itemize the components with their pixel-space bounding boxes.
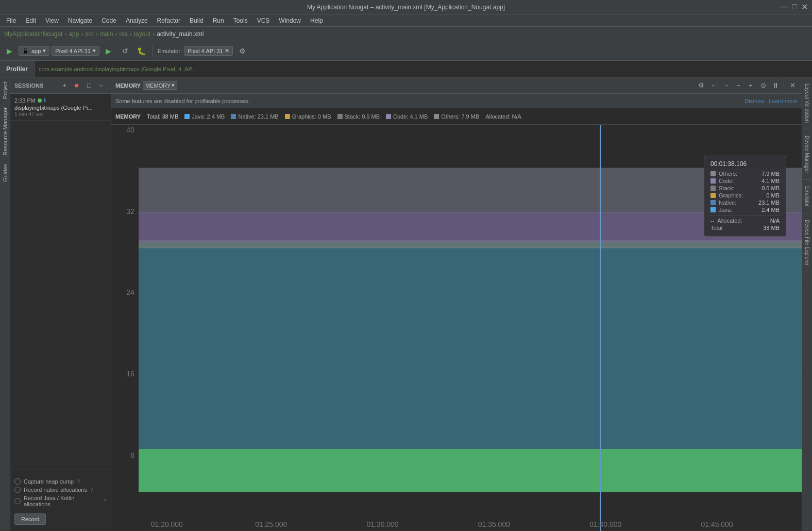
memory-toolbar: MEMORY MEMORY ▾ ⚙ ← → − + ⊙ ⏸ ✕ xyxy=(111,77,802,94)
graphics-label: Graphics: 0 MB xyxy=(292,113,331,120)
device-icon: 📱 xyxy=(22,47,29,54)
dismiss-link[interactable]: Dismiss xyxy=(745,98,765,104)
record-java-radio[interactable] xyxy=(14,498,21,504)
breadcrumb-main[interactable]: main xyxy=(99,30,113,38)
record-button[interactable]: Record xyxy=(14,513,46,525)
memory-title: MEMORY xyxy=(115,113,141,120)
svg-rect-13 xyxy=(139,449,802,492)
capture-heap-row: Capture heap dump ? xyxy=(14,478,107,485)
close-panel[interactable]: ✕ xyxy=(787,80,798,91)
notice-text: Some features are disabled for profileab… xyxy=(115,98,249,104)
graphics-dot xyxy=(285,114,290,119)
record-native-radio[interactable] xyxy=(14,487,21,493)
reset-zoom[interactable]: ⊙ xyxy=(758,80,768,91)
settings-button[interactable]: ⚙ xyxy=(235,44,249,58)
stat-stack: Stack: 0.5 MB xyxy=(337,113,380,120)
notice-bar: Some features are disabled for profileab… xyxy=(111,94,802,108)
config-icon[interactable]: ⚙ xyxy=(696,80,706,91)
menu-code[interactable]: Code xyxy=(97,16,121,25)
session-name: displayingbitmaps (Google Pi... xyxy=(14,105,107,111)
menu-window[interactable]: Window xyxy=(275,16,305,25)
close-btn[interactable]: ✕ xyxy=(801,2,808,12)
device-selector[interactable]: 📱 app ▾ xyxy=(19,46,49,56)
others-label: Others: 7.9 MB xyxy=(441,113,479,120)
session-item[interactable]: 2:33 PM ℹ displayingbitmaps (Google Pi..… xyxy=(10,94,111,121)
menu-navigate[interactable]: Navigate xyxy=(64,16,96,25)
api-selector[interactable]: Pixel 4 API 31 ▾ xyxy=(52,46,99,56)
maximize-btn[interactable]: □ xyxy=(792,2,797,12)
left-tab-project[interactable]: Project xyxy=(1,77,9,103)
breadcrumb-res[interactable]: res xyxy=(119,30,128,38)
nav-prev[interactable]: ← xyxy=(708,80,719,91)
menu-build[interactable]: Build xyxy=(185,16,208,25)
breadcrumb-layout[interactable]: layout xyxy=(134,30,150,38)
split-session-btn[interactable]: □ xyxy=(84,80,94,91)
menu-edit[interactable]: Edit xyxy=(21,16,40,25)
add-session-btn[interactable]: + xyxy=(59,80,70,91)
sessions-label: SESSIONS xyxy=(14,82,57,89)
reload-button[interactable]: ↺ xyxy=(118,44,132,58)
nav-next[interactable]: → xyxy=(721,80,731,91)
debug-button[interactable]: 🐛 xyxy=(134,44,149,58)
zoom-in[interactable]: + xyxy=(746,80,756,91)
stat-java: Java: 2.4 MB xyxy=(184,113,225,120)
right-tab-layout-validation[interactable]: Layout Validation xyxy=(803,77,811,129)
emulator-selector[interactable]: Pixel 4 API 31 ✕ xyxy=(184,46,233,56)
record-native-row: Record native allocations ? xyxy=(14,487,107,493)
svg-text:24: 24 xyxy=(126,288,134,297)
right-tab-device-file-explorer[interactable]: Device File Explorer xyxy=(803,213,811,272)
breadcrumb-app[interactable]: app xyxy=(69,30,79,38)
svg-rect-15 xyxy=(139,212,802,242)
zoom-out[interactable]: − xyxy=(733,80,743,91)
back-btn[interactable]: ← xyxy=(96,80,107,91)
memory-chart-svg: 40 32 24 16 8 xyxy=(111,125,802,531)
sessions-panel: SESSIONS + ■ □ ← 2:33 PM ℹ displayingbit… xyxy=(10,77,111,531)
stack-label: Stack: 0.5 MB xyxy=(345,113,380,120)
menu-refactor[interactable]: Refactor xyxy=(153,16,184,25)
run-button[interactable]: ▶ xyxy=(2,44,16,58)
play-button[interactable]: ▶ xyxy=(102,44,116,58)
right-tab-device-manager[interactable]: Device Manager xyxy=(803,129,811,180)
right-tabs-panel: Layout Validation Device Manager Emulato… xyxy=(802,77,812,531)
stat-graphics: Graphics: 0 MB xyxy=(285,113,331,120)
capture-heap-help[interactable]: ? xyxy=(77,478,80,485)
capture-heap-radio[interactable] xyxy=(14,478,21,485)
right-tab-emulator[interactable]: Emulator xyxy=(803,180,811,213)
memory-dropdown[interactable]: MEMORY ▾ xyxy=(143,81,177,90)
java-dot xyxy=(184,114,190,119)
stat-allocated: Allocated: N/A xyxy=(485,113,521,120)
memory-toolbar-label: MEMORY xyxy=(115,82,141,89)
title-bar: My Application Nougat – activity_main.xm… xyxy=(0,0,812,14)
session-time: 2:33 PM ℹ xyxy=(14,97,107,104)
breadcrumb-src[interactable]: src xyxy=(85,30,93,38)
code-dot xyxy=(386,114,391,119)
left-tab-guides[interactable]: Guides xyxy=(1,160,9,186)
stop-session-btn[interactable]: ■ xyxy=(72,80,82,91)
minimize-btn[interactable]: — xyxy=(780,2,788,12)
svg-text:40: 40 xyxy=(126,126,134,135)
menu-help[interactable]: Help xyxy=(306,16,327,25)
menu-tools[interactable]: Tools xyxy=(229,16,252,25)
svg-rect-17 xyxy=(139,125,802,168)
svg-text:8: 8 xyxy=(130,451,134,459)
info-icon: ℹ xyxy=(44,97,46,104)
record-native-help[interactable]: ? xyxy=(90,487,93,493)
menu-view[interactable]: View xyxy=(41,16,63,25)
sessions-spacer xyxy=(10,121,111,470)
breadcrumb-project[interactable]: MyApplicationNougat xyxy=(4,30,62,38)
menu-run[interactable]: Run xyxy=(209,16,228,25)
svg-text:01:35.000: 01:35.000 xyxy=(478,520,510,529)
record-native-label: Record native allocations xyxy=(24,487,87,493)
menu-file[interactable]: File xyxy=(2,16,20,25)
left-tab-resource-manager[interactable]: Resource Manager xyxy=(1,103,9,160)
menu-analyze[interactable]: Analyze xyxy=(122,16,152,25)
chart-area[interactable]: 40 32 24 16 8 xyxy=(111,125,802,531)
record-java-help[interactable]: ? xyxy=(104,498,107,504)
svg-text:01:30.000: 01:30.000 xyxy=(367,520,399,529)
menu-vcs[interactable]: VCS xyxy=(253,16,274,25)
memory-stats-bar: MEMORY Total: 38 MB Java: 2.4 MB Native:… xyxy=(111,108,802,125)
controls-area: Capture heap dump ? Record native alloca… xyxy=(10,470,111,531)
stat-total: Total: 38 MB xyxy=(147,113,178,120)
pause-btn[interactable]: ⏸ xyxy=(770,80,781,91)
learn-more-link[interactable]: Learn more xyxy=(769,98,798,104)
